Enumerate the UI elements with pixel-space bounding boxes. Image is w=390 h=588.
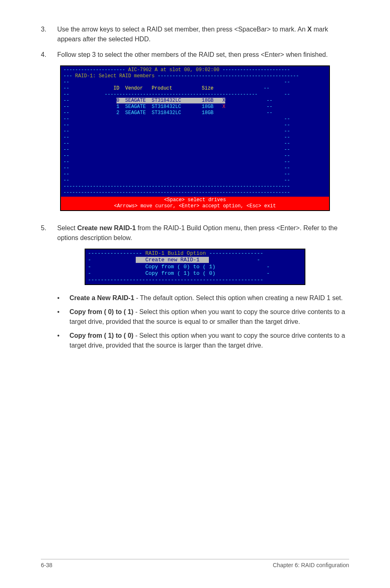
border: --	[267, 98, 272, 103]
border: --	[63, 92, 69, 97]
chapter-label: Chapter 6: RAID configuration	[273, 562, 349, 568]
row-vendor: SEAGATE	[125, 110, 146, 116]
border: --	[63, 159, 69, 165]
bullet-icon: •	[57, 307, 69, 327]
border: -----------------	[209, 250, 263, 256]
border: --	[284, 159, 290, 165]
row-vendor: SEAGATE	[125, 104, 146, 110]
border: --	[284, 79, 290, 85]
separator: ----------------------------------------…	[105, 92, 258, 97]
border: --	[63, 128, 69, 134]
option-copy-0-1: Copy from ( 0) to ( 1)	[145, 264, 215, 270]
bios-title: AIC-7902 A at slot 00, 09:02:00	[125, 67, 222, 73]
page-footer: 6-38 Chapter 6: RAID configuration	[41, 559, 349, 568]
step-4: 4. Follow step 3 to select the other mem…	[41, 50, 349, 60]
step-body: Use the arrow keys to select a RAID set …	[57, 25, 349, 44]
bios-raid-select-screen: --------------------- AIC-7902 A at slot…	[60, 65, 330, 211]
step-body: Select Create new RAID-1 from the RAID-1…	[57, 223, 349, 243]
col-id: ID	[113, 85, 119, 91]
step-number: 4.	[41, 50, 57, 60]
row-size: 18GB	[202, 110, 214, 116]
text-a: Use the arrow keys to select a RAID set …	[57, 26, 307, 33]
border: --	[63, 135, 69, 140]
border: -	[267, 264, 270, 270]
row-size: 18GB	[202, 104, 214, 110]
row-product: ST318432LC	[152, 110, 181, 116]
col-vendor: Vendor	[125, 85, 143, 91]
bullet-create: • Create a New RAID-1 - The default opti…	[41, 293, 349, 303]
border: -	[267, 270, 270, 276]
row-mark: X	[222, 98, 225, 103]
border: --	[63, 85, 69, 91]
border: --	[284, 177, 290, 183]
border: --	[264, 85, 269, 91]
border: --	[284, 92, 290, 97]
bullet-icon: •	[57, 293, 69, 303]
border: --	[284, 141, 290, 146]
border: -----------------	[88, 250, 142, 256]
row-id: 0	[117, 98, 119, 103]
menu-title: RAID-1 Build Option	[142, 250, 209, 256]
row-mark: X	[222, 104, 225, 110]
bullet-bold: Copy from ( 1) to ( 0)	[69, 332, 133, 339]
row-id: 2	[117, 110, 119, 116]
border: ----------------------------------------…	[157, 73, 299, 79]
bullet-copy-0-1: • Copy from ( 0) to ( 1) - Select this o…	[41, 307, 349, 327]
border: --	[63, 177, 69, 183]
border: ----------------------------------------…	[63, 190, 290, 195]
text-bold: Create new RAID-1	[77, 224, 136, 231]
step-5: 5. Select Create new RAID-1 from the RAI…	[41, 223, 349, 243]
bullet-copy-1-0: • Copy from ( 1) to ( 0) - Select this o…	[41, 331, 349, 350]
border: -	[88, 264, 91, 270]
row-product: ST318432LC	[152, 98, 181, 103]
border: -	[88, 270, 91, 276]
border: ---	[63, 73, 72, 79]
border: --	[63, 153, 69, 159]
border: --	[267, 110, 272, 116]
col-size: Size	[202, 85, 214, 91]
border: -	[88, 257, 91, 263]
border: --	[284, 116, 290, 122]
option-create: Create new RAID-1	[136, 257, 209, 263]
border: --	[284, 122, 290, 128]
border: --	[284, 165, 290, 171]
border: --	[284, 153, 290, 159]
step-number: 5.	[41, 223, 57, 243]
border: --	[63, 165, 69, 171]
page-number: 6-38	[41, 562, 52, 568]
border: --	[63, 110, 69, 116]
bullet-list: • Create a New RAID-1 - The default opti…	[41, 293, 349, 350]
col-product: Product	[152, 85, 172, 91]
bullet-icon: •	[57, 331, 69, 350]
border: --	[63, 147, 69, 153]
border: --	[284, 171, 290, 177]
border: --	[63, 98, 69, 103]
row-id: 1	[117, 104, 119, 110]
border: -	[257, 257, 260, 263]
border: --	[284, 147, 290, 153]
hint-space: <Space> select drives	[61, 197, 329, 203]
border: --	[63, 104, 69, 110]
row-product: ST318432LC	[152, 104, 181, 110]
step-number: 3.	[41, 25, 57, 44]
bios-build-option-screen: ----------------- RAID-1 Build Option --…	[85, 249, 305, 285]
bullet-bold: Create a New RAID-1	[69, 294, 134, 301]
bullet-text: - The default option. Select this option…	[134, 294, 343, 301]
border: --	[284, 135, 290, 140]
border: ----------------------------------------…	[88, 277, 263, 283]
step-3: 3. Use the arrow keys to select a RAID s…	[41, 25, 349, 44]
bios-subtitle: RAID-1: Select RAID members	[72, 73, 158, 79]
border: --	[63, 122, 69, 128]
border: ----------------------------------------…	[63, 184, 290, 189]
border: --	[267, 104, 272, 110]
border: --	[63, 141, 69, 146]
bullet-bold: Copy from ( 0) to ( 1)	[69, 308, 133, 315]
text-bold: X	[307, 26, 312, 33]
option-copy-1-0: Copy from ( 1) to ( 0)	[145, 270, 215, 276]
border: --	[63, 171, 69, 177]
step-body: Follow step 3 to select the other member…	[57, 50, 349, 60]
bios-footer-hints: <Space> select drives <Arrows> move curs…	[61, 197, 329, 210]
border: -----------------------	[222, 67, 290, 73]
border: --	[63, 79, 69, 85]
border: --	[284, 128, 290, 134]
